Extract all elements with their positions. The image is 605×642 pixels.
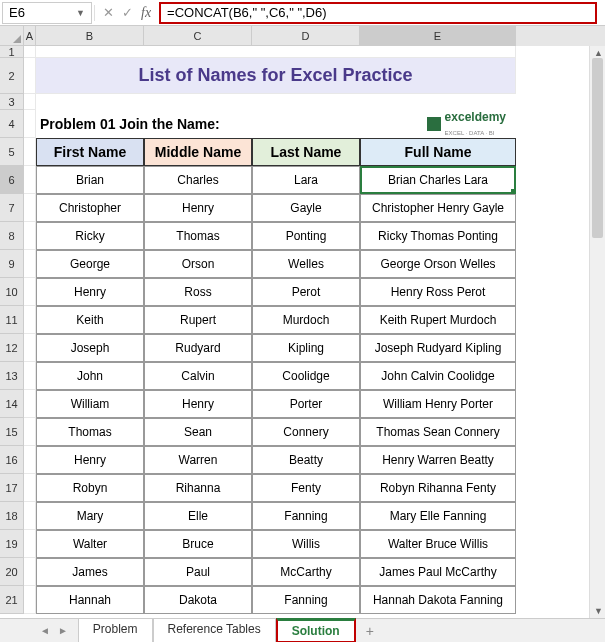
data-cell[interactable]: Welles — [252, 250, 360, 278]
data-cell[interactable]: Mary — [36, 502, 144, 530]
cell[interactable] — [24, 110, 36, 138]
tab-problem[interactable]: Problem — [78, 618, 153, 642]
scroll-up-icon[interactable]: ▲ — [594, 48, 603, 58]
data-cell[interactable]: Bruce — [144, 530, 252, 558]
data-cell[interactable]: Christopher Henry Gayle — [360, 194, 516, 222]
cell[interactable] — [24, 418, 36, 446]
cell[interactable] — [24, 474, 36, 502]
data-cell[interactable]: Keith — [36, 306, 144, 334]
data-cell[interactable]: John — [36, 362, 144, 390]
header-middle-name[interactable]: Middle Name — [144, 138, 252, 166]
data-cell[interactable]: George — [36, 250, 144, 278]
tab-solution[interactable]: Solution — [276, 618, 356, 642]
data-cell[interactable]: George Orson Welles — [360, 250, 516, 278]
data-cell[interactable]: Charles — [144, 166, 252, 194]
fx-icon[interactable]: fx — [141, 5, 151, 21]
data-cell[interactable]: Calvin — [144, 362, 252, 390]
cell[interactable] — [24, 138, 36, 166]
data-cell[interactable]: Orson — [144, 250, 252, 278]
cell[interactable] — [24, 334, 36, 362]
cell[interactable] — [24, 446, 36, 474]
data-cell[interactable]: Warren — [144, 446, 252, 474]
cell[interactable] — [24, 46, 36, 58]
row-header[interactable]: 16 — [0, 446, 24, 474]
row-header[interactable]: 20 — [0, 558, 24, 586]
data-cell[interactable]: William — [36, 390, 144, 418]
row-header[interactable]: 9 — [0, 250, 24, 278]
row-header[interactable]: 15 — [0, 418, 24, 446]
row-header[interactable]: 12 — [0, 334, 24, 362]
row-header[interactable]: 7 — [0, 194, 24, 222]
problem-label[interactable]: Problem 01 Join the Name: — [36, 110, 360, 138]
column-header[interactable]: C — [144, 26, 252, 46]
cell[interactable] — [24, 530, 36, 558]
data-cell[interactable]: Porter — [252, 390, 360, 418]
column-header[interactable]: D — [252, 26, 360, 46]
data-cell[interactable]: Brian — [36, 166, 144, 194]
data-cell[interactable]: Ricky — [36, 222, 144, 250]
data-cell[interactable]: Joseph — [36, 334, 144, 362]
scroll-thumb[interactable] — [592, 58, 603, 238]
row-header[interactable]: 18 — [0, 502, 24, 530]
data-cell[interactable]: Rupert — [144, 306, 252, 334]
cancel-icon[interactable]: ✕ — [103, 5, 114, 20]
row-header[interactable]: 11 — [0, 306, 24, 334]
data-cell[interactable]: Willis — [252, 530, 360, 558]
header-last-name[interactable]: Last Name — [252, 138, 360, 166]
data-cell[interactable]: Kipling — [252, 334, 360, 362]
data-cell[interactable]: Henry — [144, 390, 252, 418]
row-header[interactable]: 6 — [0, 166, 24, 194]
data-cell[interactable]: Sean — [144, 418, 252, 446]
data-cell[interactable]: Dakota — [144, 586, 252, 614]
row-header[interactable]: 17 — [0, 474, 24, 502]
page-title[interactable]: List of Names for Excel Practice — [36, 58, 516, 94]
data-cell[interactable]: Fanning — [252, 586, 360, 614]
cell[interactable] — [24, 502, 36, 530]
data-cell[interactable]: Christopher — [36, 194, 144, 222]
data-cell[interactable]: Paul — [144, 558, 252, 586]
data-cell[interactable]: Perot — [252, 278, 360, 306]
data-cell[interactable]: John Calvin Coolidge — [360, 362, 516, 390]
name-box[interactable]: E6 ▼ — [2, 2, 92, 24]
cell[interactable] — [24, 222, 36, 250]
data-cell[interactable]: Henry — [144, 194, 252, 222]
vertical-scrollbar[interactable]: ▲ ▼ — [589, 46, 605, 618]
data-cell[interactable]: Mary Elle Fanning — [360, 502, 516, 530]
data-cell[interactable]: Keith Rupert Murdoch — [360, 306, 516, 334]
data-cell[interactable]: Hannah — [36, 586, 144, 614]
data-cell[interactable]: Robyn — [36, 474, 144, 502]
data-cell[interactable]: Fanning — [252, 502, 360, 530]
cell[interactable] — [36, 94, 516, 110]
data-cell[interactable]: Thomas — [144, 222, 252, 250]
data-cell[interactable]: Robyn Rihanna Fenty — [360, 474, 516, 502]
row-header[interactable]: 2 — [0, 58, 24, 94]
row-header[interactable]: 13 — [0, 362, 24, 390]
row-header[interactable]: 8 — [0, 222, 24, 250]
header-first-name[interactable]: First Name — [36, 138, 144, 166]
row-header[interactable]: 4 — [0, 110, 24, 138]
data-cell[interactable]: Ross — [144, 278, 252, 306]
cell[interactable] — [24, 278, 36, 306]
cell[interactable] — [24, 250, 36, 278]
column-header[interactable]: E — [360, 26, 516, 46]
data-cell[interactable]: Gayle — [252, 194, 360, 222]
cell[interactable] — [24, 558, 36, 586]
formula-input[interactable]: =CONCAT(B6," ",C6," ",D6) — [159, 2, 597, 24]
data-cell[interactable]: William Henry Porter — [360, 390, 516, 418]
cell[interactable] — [24, 586, 36, 614]
data-cell[interactable]: Henry — [36, 446, 144, 474]
row-header[interactable]: 10 — [0, 278, 24, 306]
data-cell[interactable]: Brian Charles Lara — [360, 166, 516, 194]
column-header[interactable]: B — [36, 26, 144, 46]
data-cell[interactable]: Henry Ross Perot — [360, 278, 516, 306]
data-cell[interactable]: James — [36, 558, 144, 586]
accept-icon[interactable]: ✓ — [122, 5, 133, 20]
data-cell[interactable]: Rihanna — [144, 474, 252, 502]
data-cell[interactable]: Elle — [144, 502, 252, 530]
data-cell[interactable]: Lara — [252, 166, 360, 194]
data-cell[interactable]: Thomas — [36, 418, 144, 446]
data-cell[interactable]: Hannah Dakota Fanning — [360, 586, 516, 614]
cell[interactable] — [24, 194, 36, 222]
data-cell[interactable]: Walter — [36, 530, 144, 558]
tab-reference[interactable]: Reference Tables — [153, 618, 276, 642]
